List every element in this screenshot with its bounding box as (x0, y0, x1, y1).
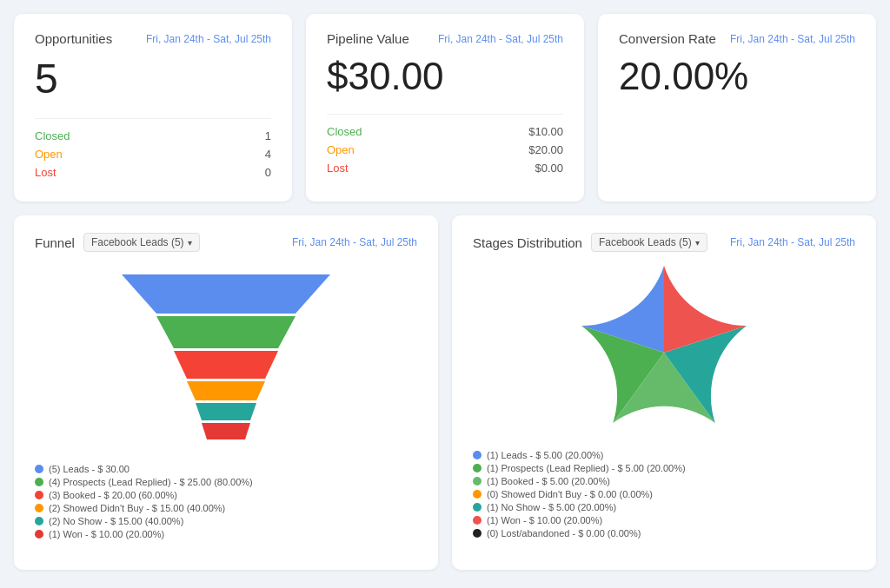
funnel-legend-item: (2) Showed Didn't Buy - $ 15.00 (40.00%) (35, 503, 417, 513)
pie-legend-item: (1) Leads - $ 5.00 (20.00%) (473, 450, 855, 460)
pie-chart (577, 266, 751, 439)
legend-text: (1) Leads - $ 5.00 (20.00%) (487, 450, 604, 460)
opportunities-closed-row: Closed 1 (35, 129, 271, 142)
legend-text: (1) No Show - $ 5.00 (20.00%) (487, 502, 616, 512)
svg-marker-0 (122, 274, 330, 314)
legend-color-dot (473, 464, 482, 472)
legend-text: (0) Lost/abandoned - $ 0.00 (0.00%) (487, 528, 641, 538)
opportunities-date: Fri, Jan 24th - Sat, Jul 25th (146, 33, 271, 45)
legend-text: (4) Prospects (Lead Replied) - $ 25.00 (… (49, 477, 253, 487)
funnel-chart-container: (5) Leads - $ 30.00(4) Prospects (Lead R… (35, 266, 417, 542)
funnel-date: Fri, Jan 24th - Sat, Jul 25th (292, 236, 417, 248)
legend-text: (5) Leads - $ 30.00 (49, 464, 130, 474)
legend-text: (1) Booked - $ 5.00 (20.00%) (487, 476, 610, 486)
opportunities-closed-label: Closed (35, 129, 70, 142)
legend-color-dot (473, 451, 482, 459)
stages-date: Fri, Jan 24th - Sat, Jul 25th (730, 236, 855, 248)
legend-color-dot (35, 504, 43, 512)
pipeline-lost-label: Lost (327, 162, 349, 175)
opportunities-card: Opportunities Fri, Jan 24th - Sat, Jul 2… (14, 14, 292, 202)
pipeline-closed-value: $10.00 (528, 125, 563, 138)
conversion-header: Conversion Rate Fri, Jan 24th - Sat, Jul… (619, 31, 855, 46)
opportunities-lost-label: Lost (35, 166, 56, 179)
funnel-legend: (5) Leads - $ 30.00(4) Prospects (Lead R… (35, 464, 417, 542)
pipeline-open-row: Open $20.00 (327, 143, 563, 156)
funnel-legend-item: (2) No Show - $ 15.00 (40.00%) (35, 516, 417, 526)
legend-text: (0) Showed Didn't Buy - $ 0.00 (0.00%) (487, 489, 653, 499)
stages-title: Stages Distribution (473, 235, 582, 250)
pipeline-value-card: Pipeline Value Fri, Jan 24th - Sat, Jul … (306, 14, 584, 202)
funnel-chart (104, 266, 348, 457)
pipeline-closed-label: Closed (327, 125, 362, 138)
pipeline-stats: Closed $10.00 Open $20.00 Lost $0.00 (327, 114, 563, 175)
pie-legend-item: (1) Won - $ 10.00 (20.00%) (473, 515, 855, 525)
legend-text: (2) Showed Didn't Buy - $ 15.00 (40.00%) (49, 503, 225, 513)
legend-text: (3) Booked - $ 20.00 (60.00%) (49, 490, 177, 500)
opportunities-open-value: 4 (265, 148, 271, 161)
conversion-rate-card: Conversion Rate Fri, Jan 24th - Sat, Jul… (598, 14, 876, 202)
legend-text: (1) Won - $ 10.00 (20.00%) (487, 515, 602, 525)
opportunities-title: Opportunities (35, 31, 112, 46)
pipeline-lost-row: Lost $0.00 (327, 162, 563, 175)
opportunities-value: 5 (35, 55, 271, 102)
opportunities-header: Opportunities Fri, Jan 24th - Sat, Jul 2… (35, 31, 271, 46)
opportunities-open-row: Open 4 (35, 148, 271, 161)
opportunities-open-label: Open (35, 148, 63, 161)
svg-marker-1 (156, 316, 296, 348)
funnel-legend-item: (4) Prospects (Lead Replied) - $ 25.00 (… (35, 477, 417, 487)
funnel-legend-item: (5) Leads - $ 30.00 (35, 464, 417, 474)
pipeline-closed-row: Closed $10.00 (327, 125, 563, 138)
legend-color-dot (473, 516, 482, 525)
pipeline-title: Pipeline Value (327, 31, 409, 46)
legend-color-dot (35, 465, 43, 473)
pipeline-date: Fri, Jan 24th - Sat, Jul 25th (438, 33, 563, 45)
legend-color-dot (35, 517, 43, 525)
legend-color-dot (35, 478, 43, 486)
pipeline-value: $30.00 (327, 55, 563, 98)
funnel-card: Funnel Facebook Leads (5) Fri, Jan 24th … (14, 215, 438, 570)
pipeline-open-label: Open (327, 143, 355, 156)
svg-marker-4 (196, 403, 256, 420)
stages-chart-container: (1) Leads - $ 5.00 (20.00%)(1) Prospects… (473, 266, 855, 541)
pipeline-header: Pipeline Value Fri, Jan 24th - Sat, Jul … (327, 31, 563, 46)
legend-text: (1) Won - $ 10.00 (20.00%) (49, 529, 164, 539)
svg-marker-3 (187, 381, 265, 400)
conversion-value: 20.00% (619, 55, 855, 98)
legend-color-dot (473, 503, 482, 512)
legend-color-dot (35, 491, 43, 499)
stages-header: Stages Distribution Facebook Leads (5) F… (473, 233, 855, 252)
pie-legend: (1) Leads - $ 5.00 (20.00%)(1) Prospects… (473, 450, 855, 541)
svg-marker-2 (174, 351, 278, 379)
pipeline-lost-value: $0.00 (535, 162, 563, 175)
pie-legend-item: (1) Booked - $ 5.00 (20.00%) (473, 476, 855, 486)
stages-card: Stages Distribution Facebook Leads (5) F… (452, 215, 876, 570)
svg-marker-5 (202, 423, 250, 439)
funnel-header: Funnel Facebook Leads (5) Fri, Jan 24th … (35, 233, 417, 252)
conversion-date: Fri, Jan 24th - Sat, Jul 25th (730, 33, 855, 45)
funnel-dropdown[interactable]: Facebook Leads (5) (83, 233, 200, 252)
stages-dropdown[interactable]: Facebook Leads (5) (591, 233, 707, 252)
pipeline-open-value: $20.00 (528, 143, 563, 156)
funnel-legend-item: (1) Won - $ 10.00 (20.00%) (35, 529, 417, 539)
legend-color-dot (473, 490, 482, 499)
stages-title-row: Stages Distribution Facebook Leads (5) (473, 233, 707, 252)
opportunities-lost-value: 0 (265, 166, 271, 179)
pie-legend-item: (0) Showed Didn't Buy - $ 0.00 (0.00%) (473, 489, 855, 499)
conversion-title: Conversion Rate (619, 31, 716, 46)
legend-text: (1) Prospects (Lead Replied) - $ 5.00 (2… (487, 463, 686, 473)
legend-text: (2) No Show - $ 15.00 (40.00%) (49, 516, 183, 526)
opportunities-stats: Closed 1 Open 4 Lost 0 (35, 118, 271, 179)
pie-legend-item: (0) Lost/abandoned - $ 0.00 (0.00%) (473, 528, 855, 538)
pie-legend-item: (1) No Show - $ 5.00 (20.00%) (473, 502, 855, 512)
pie-legend-item: (1) Prospects (Lead Replied) - $ 5.00 (2… (473, 463, 855, 473)
opportunities-lost-row: Lost 0 (35, 166, 271, 179)
funnel-title-row: Funnel Facebook Leads (5) (35, 233, 200, 252)
opportunities-closed-value: 1 (265, 129, 271, 142)
legend-color-dot (473, 477, 482, 486)
funnel-legend-item: (3) Booked - $ 20.00 (60.00%) (35, 490, 417, 500)
legend-color-dot (473, 529, 482, 538)
legend-color-dot (35, 530, 43, 538)
funnel-title: Funnel (35, 235, 75, 250)
